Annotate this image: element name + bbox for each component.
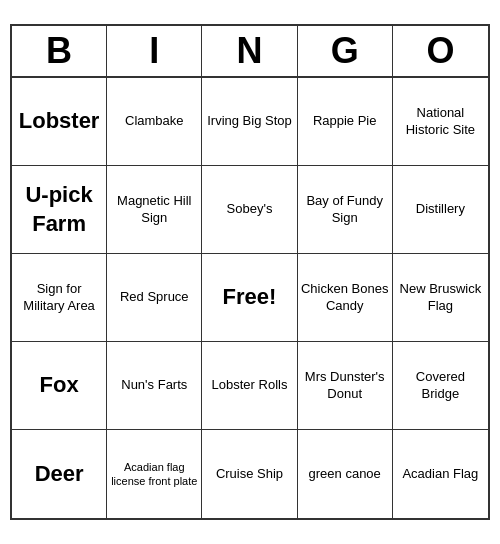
bingo-cell-15: Fox [12,342,107,430]
bingo-cell-10: Sign for Military Area [12,254,107,342]
cell-text-23: green canoe [309,466,381,483]
bingo-cell-3: Rappie Pie [298,78,393,166]
bingo-cell-2: Irving Big Stop [202,78,297,166]
header-letter-o: O [393,26,488,78]
bingo-cell-14: New Bruswick Flag [393,254,488,342]
cell-text-14: New Bruswick Flag [396,281,485,315]
cell-text-11: Red Spruce [120,289,189,306]
bingo-cell-9: Distillery [393,166,488,254]
cell-text-1: Clambake [125,113,184,130]
cell-text-5: U-pick Farm [15,181,103,238]
header-letter-b: B [12,26,107,78]
bingo-cell-16: Nun's Farts [107,342,202,430]
header-letter-g: G [298,26,393,78]
cell-text-3: Rappie Pie [313,113,377,130]
cell-text-4: National Historic Site [396,105,485,139]
bingo-cell-21: Acadian flag license front plate [107,430,202,518]
cell-text-22: Cruise Ship [216,466,283,483]
bingo-grid: LobsterClambakeIrving Big StopRappie Pie… [12,78,488,518]
cell-text-9: Distillery [416,201,465,218]
bingo-cell-5: U-pick Farm [12,166,107,254]
cell-text-24: Acadian Flag [402,466,478,483]
bingo-cell-17: Lobster Rolls [202,342,297,430]
bingo-cell-0: Lobster [12,78,107,166]
bingo-cell-12: Free! [202,254,297,342]
cell-text-18: Mrs Dunster's Donut [301,369,389,403]
bingo-cell-13: Chicken Bones Candy [298,254,393,342]
bingo-cell-6: Magnetic Hill Sign [107,166,202,254]
cell-text-17: Lobster Rolls [212,377,288,394]
bingo-header: BINGO [12,26,488,78]
cell-text-0: Lobster [19,107,100,136]
header-letter-i: I [107,26,202,78]
bingo-cell-23: green canoe [298,430,393,518]
bingo-cell-20: Deer [12,430,107,518]
bingo-card: BINGO LobsterClambakeIrving Big StopRapp… [10,24,490,520]
cell-text-15: Fox [40,371,79,400]
cell-text-21: Acadian flag license front plate [110,460,198,489]
cell-text-13: Chicken Bones Candy [301,281,389,315]
bingo-cell-7: Sobey's [202,166,297,254]
bingo-cell-4: National Historic Site [393,78,488,166]
cell-text-12: Free! [223,283,277,312]
bingo-cell-22: Cruise Ship [202,430,297,518]
cell-text-10: Sign for Military Area [15,281,103,315]
cell-text-19: Covered Bridge [396,369,485,403]
bingo-cell-8: Bay of Fundy Sign [298,166,393,254]
cell-text-20: Deer [35,460,84,489]
cell-text-6: Magnetic Hill Sign [110,193,198,227]
cell-text-16: Nun's Farts [121,377,187,394]
header-letter-n: N [202,26,297,78]
cell-text-2: Irving Big Stop [207,113,292,130]
cell-text-8: Bay of Fundy Sign [301,193,389,227]
bingo-cell-24: Acadian Flag [393,430,488,518]
cell-text-7: Sobey's [227,201,273,218]
bingo-cell-1: Clambake [107,78,202,166]
bingo-cell-11: Red Spruce [107,254,202,342]
bingo-cell-18: Mrs Dunster's Donut [298,342,393,430]
bingo-cell-19: Covered Bridge [393,342,488,430]
